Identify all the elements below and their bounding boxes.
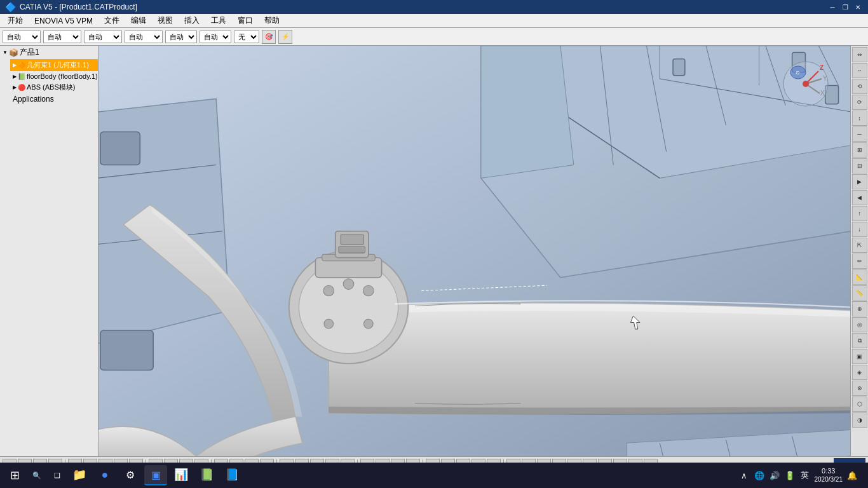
right-btn-22[interactable]: ⊗ [852, 381, 867, 396]
right-btn-21[interactable]: ◈ [852, 365, 867, 380]
taskbar-app-word[interactable]: 📘 [220, 465, 243, 485]
menu-insert[interactable]: 插入 [179, 14, 205, 27]
right-btn-24[interactable]: ◑ [852, 412, 867, 428]
svg-point-27 [343, 279, 354, 290]
main-layout: ▼ 📦 产品1 ▶ 🔶 几何束1 (几何束1.1) ▶ 📗 floorBody … [0, 46, 868, 456]
toolbar-select-7[interactable]: 无 [234, 30, 259, 43]
search-icon: 🔍 [32, 471, 41, 480]
toolbar-select-5[interactable]: 自动 [165, 30, 197, 43]
taskbar-app-excel[interactable]: 📗 [195, 465, 218, 485]
right-btn-7[interactable]: ⊞ [852, 142, 867, 158]
taskbar-app-chrome[interactable]: ● [93, 465, 116, 485]
settings-icon: ⚙ [126, 469, 135, 481]
tree-label-abs: ABS (ABS模块) [27, 83, 75, 92]
svg-point-26 [363, 285, 374, 296]
right-btn-6[interactable]: ─ [852, 126, 867, 142]
toolbar-select-3[interactable]: 自动 [84, 30, 122, 43]
tray-volume-icon[interactable]: 🔊 [769, 470, 780, 481]
taskbar-app-catia[interactable]: ▣ [144, 465, 167, 485]
taskbar-app-fileexplorer[interactable]: 📁 [68, 465, 91, 485]
win-restore[interactable]: ❐ [840, 3, 850, 11]
tray-network-icon[interactable]: 🌐 [754, 470, 765, 481]
right-btn-1[interactable]: ⇔ [852, 47, 867, 62]
menu-view[interactable]: 视图 [153, 14, 178, 27]
tree-item-product1[interactable]: ▼ 📦 产品1 [0, 46, 98, 59]
menu-file[interactable]: 文件 [99, 14, 125, 27]
tree-item-geomset[interactable]: ▶ 🔶 几何束1 (几何束1.1) [10, 59, 98, 71]
right-btn-17[interactable]: ⊕ [852, 301, 867, 316]
tree-expand-geomset[interactable]: ▶ [13, 62, 17, 68]
svg-marker-21 [481, 46, 574, 178]
right-toolbar: ⇔ ↔ ⟲ ⟳ ↕ ─ ⊞ ⊟ ▶ ◀ ↑ ↓ ⇱ ✏ 📐 📏 ⊕ ◎ ⧉ ▣ … [850, 46, 868, 456]
start-button[interactable]: ⊞ [5, 465, 25, 485]
product-icon: 📦 [9, 48, 18, 57]
toolbar-select-2[interactable]: 自动 [43, 30, 81, 43]
abs-icon: 🔴 [18, 84, 25, 91]
toolbar-select-1[interactable]: 自动 [3, 30, 41, 43]
menu-enovia[interactable]: ENOVIA V5 VPM [29, 15, 98, 27]
tree-panel: ▼ 📦 产品1 ▶ 🔶 几何束1 (几何束1.1) ▶ 📗 floorBody … [0, 46, 98, 456]
right-btn-20[interactable]: ▣ [852, 349, 867, 364]
svg-point-29 [363, 319, 373, 329]
right-btn-15[interactable]: 📐 [852, 269, 867, 285]
tray-up-icon[interactable]: ∧ [738, 470, 750, 481]
svg-rect-34 [339, 247, 365, 253]
tray-battery-icon[interactable]: 🔋 [784, 470, 796, 481]
right-btn-11[interactable]: ↑ [852, 206, 867, 221]
toolbar: 自动 自动 自动 自动 自动 自动 无 🎯 ⚡ [0, 28, 868, 46]
right-btn-23[interactable]: ⬡ [852, 396, 867, 412]
svg-rect-20 [100, 330, 153, 370]
right-btn-16[interactable]: 📏 [852, 285, 867, 301]
svg-point-48 [803, 81, 809, 87]
chrome-icon: ● [102, 468, 109, 482]
right-btn-2[interactable]: ↔ [852, 63, 867, 78]
toolbar-select-4[interactable]: 自动 [125, 30, 163, 43]
toolbar-icon-2[interactable]: ⚡ [278, 30, 292, 44]
tree-item-applications[interactable]: Applications [10, 93, 98, 105]
win-minimize[interactable]: ─ [827, 3, 837, 11]
search-button[interactable]: 🔍 [27, 465, 46, 485]
compass-widget: Z Y X ⊙ [780, 58, 831, 109]
right-btn-8[interactable]: ⊟ [852, 158, 867, 173]
clock[interactable]: 0:33 2020/3/21 [815, 467, 843, 483]
win-close[interactable]: ✕ [853, 3, 863, 11]
tree-expand-abs[interactable]: ▶ [13, 85, 17, 90]
tree-item-abs[interactable]: ▶ 🔴 ABS (ABS模块) [10, 81, 98, 93]
toolbar-select-6[interactable]: 自动 [200, 30, 231, 43]
notification-icon[interactable]: 🔔 [846, 470, 858, 481]
svg-text:Z: Z [820, 64, 824, 71]
tray-lang-icon[interactable]: 英 [799, 470, 811, 481]
tree-item-floorbody[interactable]: ▶ 📗 floorBody (floorBody.1) [10, 71, 98, 81]
right-btn-12[interactable]: ↓ [852, 222, 867, 237]
catia-taskbar-icon: ▣ [151, 469, 161, 481]
ppt-icon: 📊 [174, 468, 188, 482]
toolbar-icon-1[interactable]: 🎯 [262, 30, 276, 44]
clock-time: 0:33 [822, 467, 835, 475]
tree-label-floorbody: floorBody (floorBody.1) [27, 72, 98, 80]
right-btn-13[interactable]: ⇱ [852, 238, 867, 253]
menu-edit[interactable]: 编辑 [126, 14, 151, 27]
right-btn-9[interactable]: ▶ [852, 174, 867, 189]
tree-expand-floorbody[interactable]: ▶ [13, 74, 17, 79]
svg-rect-19 [100, 132, 140, 165]
right-btn-14[interactable]: ✏ [852, 254, 867, 269]
menu-help[interactable]: 帮助 [259, 14, 285, 27]
right-btn-18[interactable]: ◎ [852, 317, 867, 332]
menu-tools[interactable]: 工具 [206, 14, 231, 27]
right-btn-10[interactable]: ◀ [852, 190, 867, 205]
right-btn-5[interactable]: ↕ [852, 111, 867, 126]
svg-text:⊙: ⊙ [796, 70, 800, 76]
viewport[interactable]: 04:58 [98, 46, 850, 456]
taskbar-app-settings[interactable]: ⚙ [119, 465, 142, 485]
geom-icon: 🔶 [18, 62, 25, 69]
taskview-button[interactable]: ❑ [49, 465, 65, 485]
right-btn-19[interactable]: ⧉ [852, 333, 867, 348]
titlebar-title: 🔷 CATIA V5 - [Product1.CATProduct] [5, 2, 137, 12]
body-icon: 📗 [18, 73, 25, 80]
menu-window[interactable]: 窗口 [233, 14, 258, 27]
taskbar-app-ppt[interactable]: 📊 [170, 465, 193, 485]
menu-start[interactable]: 开始 [3, 14, 28, 27]
right-btn-4[interactable]: ⟳ [852, 95, 867, 110]
tree-expand-product1[interactable]: ▼ [3, 50, 8, 55]
right-btn-3[interactable]: ⟲ [852, 79, 867, 94]
